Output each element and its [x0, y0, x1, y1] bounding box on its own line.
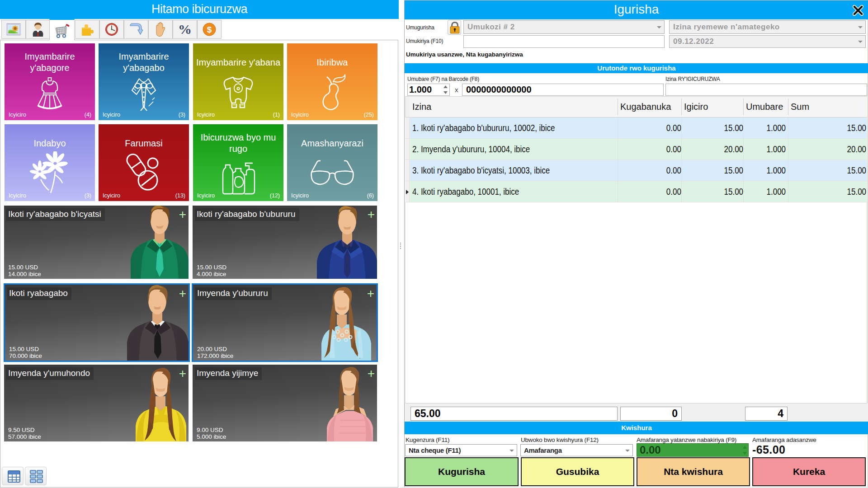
svg-text:$: $	[207, 25, 212, 34]
